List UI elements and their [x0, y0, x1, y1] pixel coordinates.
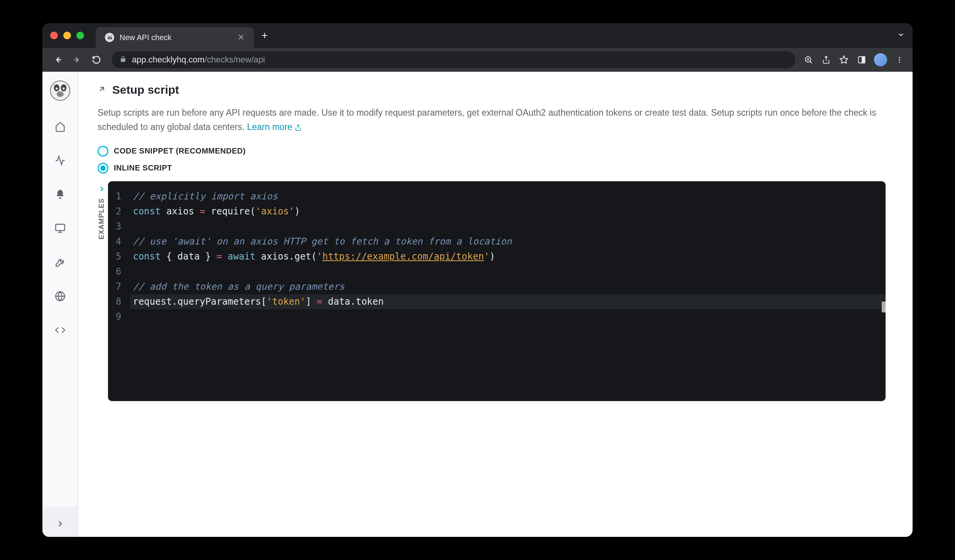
forward-button[interactable] [69, 52, 85, 67]
description-text: Setup scripts are run before any API req… [98, 108, 876, 132]
menu-icon[interactable] [894, 54, 905, 65]
code-icon[interactable] [51, 321, 69, 339]
svg-rect-19 [56, 224, 64, 231]
code-editor[interactable]: 1 2 3 4 5 6 7 8 9 // explicitly import a… [108, 181, 886, 401]
svg-point-13 [50, 81, 70, 101]
learn-more-link[interactable]: Learn more [247, 122, 302, 132]
browser-tab[interactable]: 🦝 New API check ✕ [96, 27, 254, 48]
maintenance-icon[interactable] [51, 253, 69, 272]
section-title: Setup script [112, 83, 179, 96]
radio-inline-script[interactable]: INLINE SCRIPT [98, 163, 886, 174]
examples-label: EXAMPLES [98, 198, 106, 240]
section-header: Setup script [98, 83, 886, 96]
content-area: Setup script Setup scripts are run befor… [42, 72, 913, 537]
alerts-icon[interactable] [51, 185, 69, 204]
svg-point-18 [56, 91, 63, 97]
address-bar[interactable]: app.checklyhq.com/checks/new/api [112, 51, 795, 68]
reload-button[interactable] [89, 52, 104, 67]
editor-cursor [882, 302, 886, 312]
home-icon[interactable] [51, 117, 69, 136]
line-numbers: 1 2 3 4 5 6 7 8 9 [116, 189, 133, 393]
svg-point-16 [56, 88, 57, 89]
url-text: app.checklyhq.com/checks/new/api [132, 55, 265, 65]
window-controls [50, 32, 84, 39]
tab-bar: 🦝 New API check ✕ + [42, 23, 913, 48]
main-content: Setup script Setup scripts are run befor… [78, 72, 913, 537]
svg-line-3 [810, 61, 812, 63]
expand-out-icon[interactable] [98, 85, 106, 95]
external-link-icon [295, 122, 302, 132]
svg-point-10 [899, 57, 900, 58]
app-sidebar [42, 72, 78, 537]
chevron-right-icon [98, 185, 106, 194]
tab-title: New API check [120, 33, 232, 42]
share-icon[interactable] [821, 54, 832, 65]
maximize-window-button[interactable] [76, 32, 84, 39]
app-logo[interactable] [49, 79, 71, 102]
panel-icon[interactable] [856, 54, 867, 65]
toolbar-actions [803, 53, 905, 66]
zoom-icon[interactable] [803, 54, 814, 65]
radio-circle-icon [98, 146, 108, 157]
radio-code-snippet[interactable]: CODE SNIPPET (RECOMMENDED) [98, 146, 886, 157]
expand-sidebar-icon[interactable] [51, 514, 69, 533]
radio-circle-selected-icon [98, 163, 108, 174]
url-host: app.checklyhq.com [132, 55, 204, 64]
svg-marker-7 [840, 56, 848, 63]
new-tab-button[interactable]: + [262, 29, 268, 42]
url-path: /checks/new/api [204, 55, 265, 64]
bookmark-icon[interactable] [839, 54, 849, 65]
svg-point-11 [899, 59, 900, 60]
script-type-radio-group: CODE SNIPPET (RECOMMENDED) INLINE SCRIPT [98, 146, 886, 174]
svg-point-17 [62, 88, 64, 89]
back-button[interactable] [50, 52, 66, 67]
tab-overflow-button[interactable] [897, 31, 905, 40]
svg-rect-9 [862, 57, 865, 63]
global-icon[interactable] [51, 287, 69, 305]
radio-label: INLINE SCRIPT [114, 164, 172, 172]
browser-toolbar: app.checklyhq.com/checks/new/api [42, 48, 913, 72]
radio-label: CODE SNIPPET (RECOMMENDED) [114, 147, 246, 155]
examples-panel-toggle[interactable]: EXAMPLES [98, 181, 106, 401]
close-window-button[interactable] [50, 32, 58, 39]
dashboards-icon[interactable] [51, 219, 69, 238]
activity-icon[interactable] [51, 151, 69, 170]
svg-line-24 [100, 87, 103, 91]
favicon-icon: 🦝 [105, 33, 114, 42]
editor-area: EXAMPLES 1 2 3 4 5 6 7 8 9 [98, 181, 886, 401]
close-tab-icon[interactable]: ✕ [238, 32, 245, 42]
minimize-window-button[interactable] [63, 32, 71, 39]
browser-window: 🦝 New API check ✕ + app.checklyhq.com/ch… [42, 23, 913, 537]
code-content: // explicitly import axios const axios =… [133, 189, 878, 393]
section-description: Setup scripts are run before any API req… [98, 106, 886, 134]
lock-icon [120, 56, 127, 64]
svg-point-12 [899, 61, 900, 62]
profile-avatar[interactable] [874, 53, 887, 66]
